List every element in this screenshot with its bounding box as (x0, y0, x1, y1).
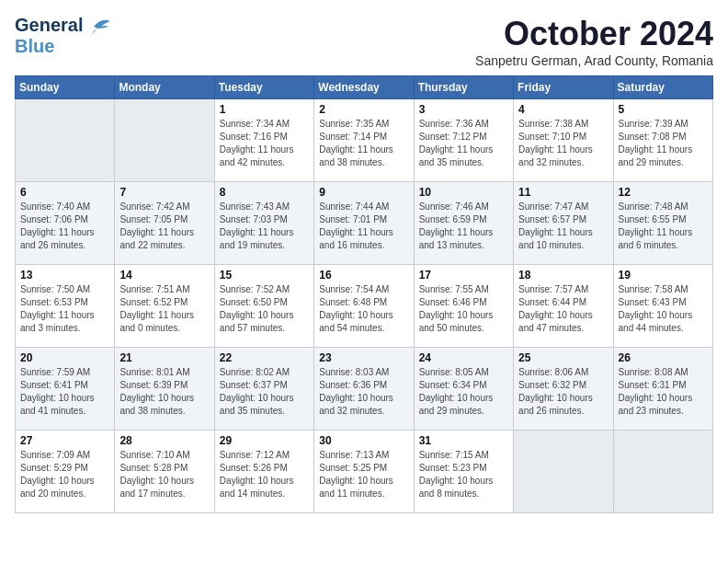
calendar-cell: 3Sunrise: 7:36 AMSunset: 7:12 PMDaylight… (414, 99, 513, 182)
day-number: 23 (319, 351, 408, 364)
calendar-cell: 14Sunrise: 7:51 AMSunset: 6:52 PMDayligh… (115, 265, 214, 348)
day-header: Monday (115, 76, 214, 99)
day-info: Sunrise: 7:43 AMSunset: 7:03 PMDaylight:… (220, 201, 309, 252)
day-number: 14 (119, 269, 209, 282)
day-number: 21 (119, 351, 209, 364)
day-number: 8 (220, 186, 309, 199)
day-number: 10 (419, 186, 508, 199)
calendar-cell: 2Sunrise: 7:35 AMSunset: 7:14 PMDaylight… (314, 99, 414, 182)
calendar-cell: 11Sunrise: 7:47 AMSunset: 6:57 PMDayligh… (514, 182, 613, 265)
day-number: 6 (20, 186, 109, 199)
day-number: 24 (419, 351, 508, 364)
calendar-cell: 30Sunrise: 7:13 AMSunset: 5:25 PMDayligh… (314, 431, 414, 513)
day-info: Sunrise: 7:38 AMSunset: 7:10 PMDaylight:… (518, 118, 608, 169)
month-title: October 2024 (475, 15, 713, 53)
calendar-cell: 28Sunrise: 7:10 AMSunset: 5:28 PMDayligh… (115, 431, 214, 513)
calendar-cell (613, 431, 712, 513)
calendar-week-row: 27Sunrise: 7:09 AMSunset: 5:29 PMDayligh… (16, 431, 713, 513)
day-info: Sunrise: 8:02 AMSunset: 6:37 PMDaylight:… (220, 366, 309, 418)
day-info: Sunrise: 7:51 AMSunset: 6:52 PMDaylight:… (119, 283, 209, 335)
day-info: Sunrise: 7:42 AMSunset: 7:05 PMDaylight:… (119, 201, 209, 252)
calendar-cell: 15Sunrise: 7:52 AMSunset: 6:50 PMDayligh… (214, 265, 313, 348)
day-info: Sunrise: 7:36 AMSunset: 7:12 PMDaylight:… (419, 118, 508, 169)
day-info: Sunrise: 8:01 AMSunset: 6:39 PMDaylight:… (119, 366, 209, 418)
day-info: Sunrise: 8:08 AMSunset: 6:31 PMDaylight:… (619, 366, 708, 418)
day-number: 28 (119, 434, 209, 447)
day-number: 22 (220, 351, 309, 364)
calendar-week-row: 13Sunrise: 7:50 AMSunset: 6:53 PMDayligh… (16, 265, 713, 348)
day-number: 4 (518, 103, 608, 116)
day-header: Saturday (613, 76, 712, 99)
calendar-table: SundayMondayTuesdayWednesdayThursdayFrid… (15, 75, 713, 513)
day-info: Sunrise: 7:10 AMSunset: 5:28 PMDaylight:… (119, 449, 209, 500)
calendar-cell: 26Sunrise: 8:08 AMSunset: 6:31 PMDayligh… (613, 348, 712, 431)
day-number: 3 (419, 103, 508, 116)
day-info: Sunrise: 7:47 AMSunset: 6:57 PMDaylight:… (518, 201, 608, 252)
day-number: 30 (319, 434, 408, 447)
day-header: Sunday (16, 76, 115, 99)
calendar-week-row: 1Sunrise: 7:34 AMSunset: 7:16 PMDaylight… (16, 99, 713, 182)
day-info: Sunrise: 7:58 AMSunset: 6:43 PMDaylight:… (619, 283, 708, 335)
day-info: Sunrise: 7:59 AMSunset: 6:41 PMDaylight:… (20, 366, 109, 418)
day-header: Wednesday (314, 76, 414, 99)
calendar-cell: 12Sunrise: 7:48 AMSunset: 6:55 PMDayligh… (613, 182, 712, 265)
calendar-cell: 25Sunrise: 8:06 AMSunset: 6:32 PMDayligh… (514, 348, 613, 431)
day-info: Sunrise: 7:40 AMSunset: 7:06 PMDaylight:… (20, 201, 109, 252)
day-number: 25 (518, 351, 608, 364)
calendar-cell: 31Sunrise: 7:15 AMSunset: 5:23 PMDayligh… (414, 431, 513, 513)
calendar-cell: 9Sunrise: 7:44 AMSunset: 7:01 PMDaylight… (314, 182, 414, 265)
day-info: Sunrise: 7:50 AMSunset: 6:53 PMDaylight:… (20, 283, 109, 335)
day-info: Sunrise: 8:05 AMSunset: 6:34 PMDaylight:… (419, 366, 508, 418)
day-info: Sunrise: 7:46 AMSunset: 6:59 PMDaylight:… (419, 201, 508, 252)
day-number: 15 (220, 269, 309, 282)
calendar-cell: 19Sunrise: 7:58 AMSunset: 6:43 PMDayligh… (613, 265, 712, 348)
logo: General Blue (15, 15, 112, 57)
day-info: Sunrise: 7:12 AMSunset: 5:26 PMDaylight:… (220, 449, 309, 500)
day-info: Sunrise: 7:48 AMSunset: 6:55 PMDaylight:… (619, 201, 708, 252)
day-info: Sunrise: 8:06 AMSunset: 6:32 PMDaylight:… (518, 366, 608, 418)
day-header: Tuesday (214, 76, 313, 99)
day-number: 11 (518, 186, 608, 199)
calendar-cell: 23Sunrise: 8:03 AMSunset: 6:36 PMDayligh… (314, 348, 414, 431)
day-info: Sunrise: 7:13 AMSunset: 5:25 PMDaylight:… (319, 449, 408, 500)
day-info: Sunrise: 7:09 AMSunset: 5:29 PMDaylight:… (20, 449, 109, 500)
calendar-cell: 22Sunrise: 8:02 AMSunset: 6:37 PMDayligh… (214, 348, 313, 431)
calendar-cell (16, 99, 115, 182)
calendar-cell: 21Sunrise: 8:01 AMSunset: 6:39 PMDayligh… (115, 348, 214, 431)
day-info: Sunrise: 7:15 AMSunset: 5:23 PMDaylight:… (419, 449, 508, 500)
calendar-cell: 13Sunrise: 7:50 AMSunset: 6:53 PMDayligh… (16, 265, 115, 348)
calendar-cell: 10Sunrise: 7:46 AMSunset: 6:59 PMDayligh… (414, 182, 513, 265)
day-number: 1 (220, 103, 309, 116)
day-number: 20 (20, 351, 109, 364)
day-number: 13 (20, 269, 109, 282)
logo-text-general: General (15, 15, 83, 36)
day-number: 26 (619, 351, 708, 364)
day-info: Sunrise: 7:57 AMSunset: 6:44 PMDaylight:… (518, 283, 608, 335)
calendar-cell: 5Sunrise: 7:39 AMSunset: 7:08 PMDaylight… (613, 99, 712, 182)
day-info: Sunrise: 7:34 AMSunset: 7:16 PMDaylight:… (220, 118, 309, 169)
day-number: 12 (619, 186, 708, 199)
calendar-cell: 27Sunrise: 7:09 AMSunset: 5:29 PMDayligh… (16, 431, 115, 513)
day-info: Sunrise: 7:39 AMSunset: 7:08 PMDaylight:… (619, 118, 708, 169)
calendar-cell: 1Sunrise: 7:34 AMSunset: 7:16 PMDaylight… (214, 99, 313, 182)
day-number: 7 (119, 186, 209, 199)
day-number: 18 (518, 269, 608, 282)
calendar-cell: 17Sunrise: 7:55 AMSunset: 6:46 PMDayligh… (414, 265, 513, 348)
calendar-cell: 18Sunrise: 7:57 AMSunset: 6:44 PMDayligh… (514, 265, 613, 348)
calendar-cell (514, 431, 613, 513)
day-info: Sunrise: 7:44 AMSunset: 7:01 PMDaylight:… (319, 201, 408, 252)
day-header: Thursday (414, 76, 513, 99)
day-info: Sunrise: 7:55 AMSunset: 6:46 PMDaylight:… (419, 283, 508, 335)
logo-text-blue: Blue (15, 36, 54, 56)
calendar-cell: 8Sunrise: 7:43 AMSunset: 7:03 PMDaylight… (214, 182, 313, 265)
day-info: Sunrise: 8:03 AMSunset: 6:36 PMDaylight:… (319, 366, 408, 418)
day-number: 9 (319, 186, 408, 199)
day-number: 17 (419, 269, 508, 282)
calendar-cell: 29Sunrise: 7:12 AMSunset: 5:26 PMDayligh… (214, 431, 313, 513)
calendar-week-row: 20Sunrise: 7:59 AMSunset: 6:41 PMDayligh… (16, 348, 713, 431)
day-number: 31 (419, 434, 508, 447)
logo-bird-icon (85, 16, 112, 36)
calendar-cell: 4Sunrise: 7:38 AMSunset: 7:10 PMDaylight… (514, 99, 613, 182)
day-header: Friday (514, 76, 613, 99)
calendar-cell: 20Sunrise: 7:59 AMSunset: 6:41 PMDayligh… (16, 348, 115, 431)
